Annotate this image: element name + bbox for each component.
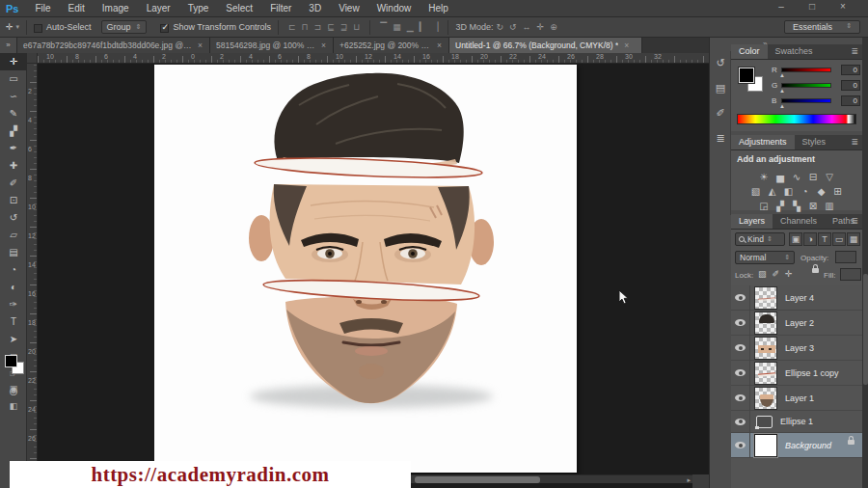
menu-image[interactable]: Image [94, 1, 138, 15]
tab-overflow-icon[interactable]: » [0, 38, 17, 53]
filter-adjustment-layers-icon[interactable]: ◑ [803, 232, 817, 246]
filter-smart-objects-icon[interactable]: ▦ [847, 232, 860, 246]
filter-pixel-layers-icon[interactable]: ▣ [789, 232, 802, 246]
visibility-cell[interactable] [731, 433, 750, 458]
menu-help[interactable]: Help [420, 1, 457, 15]
layer-thumbnail[interactable] [754, 312, 777, 335]
lasso-tool[interactable]: ∽ [0, 88, 27, 105]
blue-slider-track[interactable] [781, 98, 831, 103]
green-value-field[interactable]: 0 [841, 80, 860, 91]
menu-select[interactable]: Select [217, 1, 261, 15]
restore-button[interactable]: □ [804, 1, 820, 12]
document-tab-1[interactable]: e67a78b729bc89746f1bdtdb38dd06e.jpg @ 10… [17, 38, 210, 53]
align-left-icon[interactable]: ⊏ [285, 22, 299, 32]
layer-row-ellipse-1[interactable]: Ellipse 1 [731, 411, 862, 433]
layer-thumbnail[interactable] [754, 337, 777, 360]
menu-edit[interactable]: Edit [60, 1, 94, 15]
tab-close-icon[interactable]: × [624, 41, 629, 50]
healing-brush-tool[interactable]: ✚ [0, 157, 27, 175]
gradient-map-icon[interactable]: ▥ [822, 201, 838, 211]
opacity-field[interactable] [835, 251, 856, 263]
visibility-cell[interactable] [731, 336, 750, 361]
visibility-cell[interactable] [731, 285, 750, 311]
layer-thumbnail[interactable] [754, 434, 777, 457]
auto-select-target-dropdown[interactable]: Group ⇕ [101, 20, 148, 34]
marquee-tool[interactable]: ▭ [0, 70, 27, 88]
show-transform-checkbox[interactable] [160, 24, 169, 33]
layer-row-ellipse-1-copy[interactable]: Ellipse 1 copy [731, 361, 862, 386]
dodge-tool[interactable]: ◐ [0, 279, 27, 296]
lock-all-icon[interactable] [812, 268, 819, 273]
lock-transparency-icon[interactable]: ▨ [758, 269, 767, 279]
pen-tool[interactable]: ✑ [0, 296, 27, 313]
green-slider-track[interactable] [781, 83, 831, 88]
slider-marker-icon[interactable]: ▲ [779, 88, 785, 94]
filter-shape-layers-icon[interactable]: ▭ [832, 232, 846, 246]
align-right-icon[interactable]: ⊐ [312, 22, 325, 32]
blur-tool[interactable]: ◔ [0, 261, 27, 279]
workspace-switcher[interactable]: Essentials ⇕ [784, 20, 860, 34]
blue-value-field[interactable]: 0 [841, 95, 860, 106]
selective-color-icon[interactable]: ⊠ [805, 201, 822, 211]
foreground-color-swatch[interactable] [739, 68, 754, 83]
distribute-top-icon[interactable]: ▔ [377, 22, 390, 32]
tab-layers[interactable]: Layers [731, 214, 773, 229]
scrollbar-thumb[interactable] [863, 274, 868, 385]
align-bottom-icon[interactable]: ⊔ [350, 22, 363, 32]
lock-position-icon[interactable]: ✛ [785, 269, 793, 279]
document-canvas[interactable] [154, 65, 577, 473]
ruler-origin-corner[interactable] [27, 53, 38, 64]
filter-type-layers-icon[interactable]: T [818, 232, 831, 246]
layer-thumbnail[interactable] [754, 387, 777, 410]
close-button[interactable]: × [835, 1, 851, 12]
quick-mask-button[interactable]: ▣ [0, 384, 27, 393]
3d-slide-icon[interactable]: ✛ [534, 22, 548, 32]
layer-row-layer-2[interactable]: Layer 2 [731, 311, 862, 336]
path-selection-tool[interactable]: ➤ [0, 331, 27, 348]
screen-mode-button[interactable]: ◧ [0, 401, 27, 411]
align-center-h-icon[interactable]: ⊓ [299, 22, 312, 32]
move-tool[interactable]: ✛ [0, 53, 27, 70]
distribute-left-icon[interactable]: ▎ [417, 22, 429, 32]
tab-channels[interactable]: Channels [773, 214, 825, 229]
layer-thumbnail[interactable] [754, 286, 777, 310]
shape-layer-icon[interactable] [756, 416, 773, 428]
align-middle-icon[interactable]: ⊒ [338, 22, 351, 32]
distribute-bottom-icon[interactable]: ▁ [404, 22, 417, 32]
tab-swatches[interactable]: Swatches [768, 44, 821, 59]
panel-menu-icon[interactable]: ≣ [851, 216, 858, 226]
layer-thumbnail[interactable] [754, 362, 777, 385]
posterize-icon[interactable]: ▞ [773, 201, 789, 211]
distribute-middle-icon[interactable]: ▦ [390, 22, 404, 32]
menu-view[interactable]: View [330, 1, 368, 15]
crop-tool[interactable]: ▞ [0, 122, 27, 140]
foreground-color-swatch[interactable] [5, 355, 17, 367]
tab-styles[interactable]: Styles [795, 135, 834, 149]
menu-3d[interactable]: 3D [300, 1, 330, 15]
slider-marker-icon[interactable]: ▲ [779, 72, 785, 78]
3d-roll-icon[interactable]: ↺ [506, 22, 520, 32]
document-tab-3[interactable]: +625252.jpg @ 200% (RGB/8#... × [334, 38, 449, 53]
visibility-cell[interactable] [731, 361, 750, 386]
dock-scrollbar[interactable] [862, 38, 868, 488]
3d-scale-icon[interactable]: ⊕ [547, 22, 560, 32]
menu-file[interactable]: File [26, 1, 59, 15]
quick-selection-tool[interactable]: ✎ [0, 105, 27, 122]
layer-row-background[interactable]: Background [731, 433, 862, 458]
invert-icon[interactable]: ◲ [756, 201, 773, 211]
3d-rotate-icon[interactable]: ↻ [494, 22, 507, 32]
red-slider-track[interactable] [781, 68, 831, 72]
history-brush-tool[interactable]: ↺ [0, 209, 27, 227]
tab-close-icon[interactable]: × [321, 41, 326, 50]
scrollbar-thumb[interactable] [415, 476, 540, 483]
brush-presets-panel-icon[interactable]: ✐ [710, 101, 731, 126]
gradient-tool[interactable]: ▤ [0, 244, 27, 261]
panel-menu-icon[interactable]: ≣ [851, 137, 858, 147]
clone-source-panel-icon[interactable]: ≣ [710, 126, 731, 151]
threshold-icon[interactable]: ▚ [789, 201, 805, 211]
foreground-background-swatches[interactable] [4, 353, 25, 378]
blend-mode-dropdown[interactable]: Normal ⇕ [735, 251, 795, 264]
eyedropper-tool[interactable]: ✒ [0, 140, 27, 157]
fill-field[interactable] [840, 268, 861, 281]
tab-close-icon[interactable]: × [437, 41, 442, 50]
